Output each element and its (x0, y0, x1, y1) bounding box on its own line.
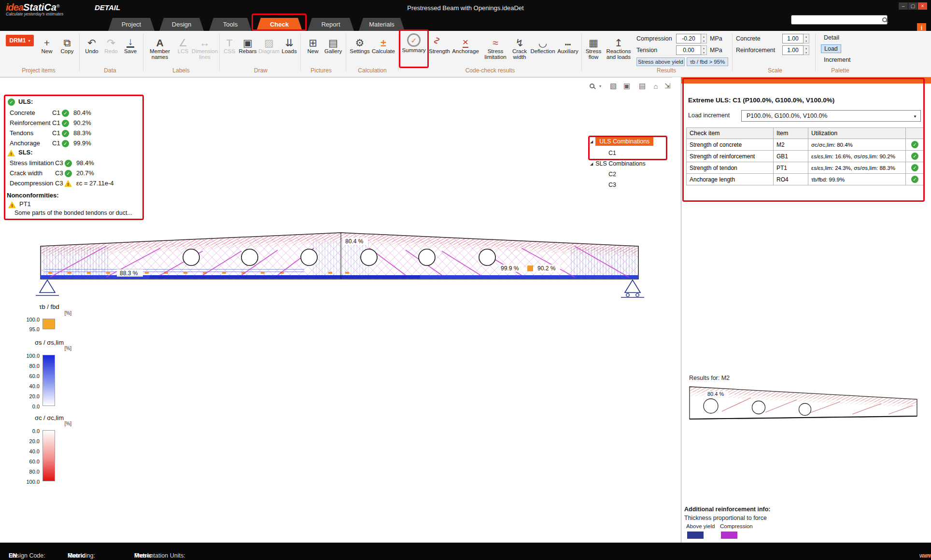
col-utilization[interactable]: Utilization (808, 128, 906, 139)
expander-icon[interactable]: ◢ (590, 162, 593, 166)
panel-accent-bar (681, 77, 931, 84)
new-project-item-button[interactable]: + New (37, 33, 57, 54)
scale-reinforcement-stepper[interactable] (804, 45, 809, 55)
sls-row-value: 20.7% (76, 169, 94, 177)
summary-icon: ✓ (407, 33, 421, 47)
stress-above-yield-toggle[interactable]: Stress above yield (636, 57, 685, 66)
spin-up-icon[interactable] (701, 34, 706, 39)
results-panel: Extreme ULS: C1 (P100.0%, G100.0%, V100.… (681, 77, 931, 543)
minimize-button[interactable]: – (899, 2, 908, 10)
model-canvas[interactable] (0, 77, 672, 543)
group-separator (346, 34, 346, 71)
col-item[interactable]: Item (774, 128, 808, 139)
rebars-button[interactable]: ▣ Rebars (238, 33, 258, 54)
strength-icon: ∿ (432, 36, 447, 45)
dimension-lines-button[interactable]: ↔ Dimension lines (191, 33, 218, 60)
crack-width-button[interactable]: ↯ Crack width (510, 33, 529, 60)
spin-down-icon[interactable] (804, 50, 809, 55)
maximize-button[interactable]: ▢ (908, 2, 917, 10)
load-increment-dropdown[interactable]: P100.0%, G100.0%, V100.0% (741, 110, 921, 122)
group-label-pictures: Pictures (299, 67, 343, 74)
summary-button[interactable]: ✓ Summary (401, 33, 427, 53)
redo-button[interactable]: ↷ Redo (101, 33, 121, 54)
tension-stepper[interactable] (701, 45, 707, 55)
spin-up-icon[interactable] (804, 34, 809, 39)
tab-design[interactable]: Design (159, 18, 204, 31)
reactions-button[interactable]: ↥ Reactions and loads (605, 33, 633, 60)
table-row[interactable]: Strength of concrete M2 σc/σc,lim: 80.4% (687, 139, 924, 151)
layers-button[interactable]: ▣ (622, 81, 632, 91)
cube-icon: ▧ (610, 82, 617, 90)
canvas-zoom-button[interactable] (587, 81, 597, 91)
settings-button[interactable]: ⚙ Settings (349, 33, 371, 54)
spin-down-icon[interactable] (701, 39, 706, 43)
scale-reinforcement-field[interactable]: 1.00 (782, 45, 804, 55)
auxiliary-icon: ••• (565, 33, 571, 48)
spin-down-icon[interactable] (701, 50, 706, 55)
picture-new-button[interactable]: ⊞ New (303, 33, 323, 54)
fit-view-button[interactable]: ⇲ (663, 81, 672, 91)
close-button[interactable]: × (918, 2, 927, 10)
stress-limitation-button[interactable]: ≈ Stress limitation (482, 33, 509, 60)
anchorage-button[interactable]: × Anchorage (451, 33, 480, 54)
css-button[interactable]: T CSS (221, 33, 238, 54)
tree-item-c3[interactable]: C3 (608, 182, 616, 188)
save-button[interactable]: ↓ Save (121, 33, 140, 54)
member-names-button[interactable]: A Member names (146, 33, 174, 60)
scale-reinforcement-label: Reinforcement (736, 47, 775, 54)
table-row[interactable]: Strength of reinforcement GB1 εs/εs,lim:… (687, 151, 924, 162)
diagram-button[interactable]: ▨ Diagram (258, 33, 280, 54)
screens-icon: ▤ (639, 82, 646, 90)
tab-report[interactable]: Report (308, 18, 354, 31)
deflection-button[interactable]: ◡ Deflection (530, 33, 555, 54)
calculate-button[interactable]: ± Calculate (371, 33, 396, 54)
tension-value-field[interactable]: 0.00 (676, 45, 701, 55)
col-check-item[interactable]: Check item (687, 128, 774, 139)
palette-detail-button[interactable]: Detail (821, 33, 842, 42)
stress-flow-button[interactable]: ▦ Stress flow (583, 33, 604, 60)
undo-button[interactable]: ↶ Undo (82, 33, 101, 54)
scale-concrete-field[interactable]: 1.00 (782, 34, 804, 43)
zoom-options-chevron[interactable]: ▾ (598, 81, 603, 91)
spin-up-icon[interactable] (804, 46, 809, 50)
search-box[interactable] (791, 15, 888, 25)
above-yield-label: Above yield (686, 523, 715, 529)
palette-increment-button[interactable]: Increment (821, 56, 854, 64)
table-row[interactable]: Strength of tendon PT1 εs/εs,lim: 24.3%,… (687, 162, 924, 174)
auxiliary-button[interactable]: ••• Auxiliary (556, 33, 579, 54)
drm-selector[interactable]: DRM1 ▾ (6, 35, 34, 46)
tab-tools[interactable]: Tools (209, 18, 252, 31)
tree-item-uls-combinations[interactable]: ◢ ULS Combinations (590, 137, 653, 146)
expander-icon[interactable]: ◢ (590, 140, 593, 144)
tree-item-sls-combinations[interactable]: ◢ SLS Combinations (590, 160, 646, 167)
table-row[interactable]: Anchorage length RO4 τb/fbd: 99.9% (687, 174, 924, 185)
tab-project[interactable]: Project (108, 18, 155, 31)
views-button[interactable]: ▤ (637, 81, 647, 91)
loads-button[interactable]: ⇊ Loads (280, 33, 298, 54)
tree-item-c2[interactable]: C2 (608, 171, 616, 178)
tree-item-c1[interactable]: C1 (608, 150, 616, 156)
reactions-icon: ↥ (614, 33, 623, 48)
sls-row-label: Crack width (10, 169, 42, 177)
search-input[interactable] (791, 16, 882, 23)
lcs-button[interactable]: ∠ LCS (175, 33, 191, 54)
tb-fbd-toggle[interactable]: τb / fbd > 95% (687, 57, 728, 66)
ribbon: DRM1 ▾ + New ⧉ Copy Project items ↶ Undo… (0, 31, 931, 77)
view-cube-button[interactable]: ▧ (608, 81, 618, 91)
gallery-button[interactable]: ▤ Gallery (323, 33, 344, 54)
tab-check[interactable]: Check (256, 18, 302, 31)
tab-materials[interactable]: Materials (359, 18, 405, 31)
spin-down-icon[interactable] (804, 39, 809, 43)
compression-stepper[interactable] (701, 34, 707, 43)
strength-button[interactable]: ∿ Strength (428, 33, 451, 54)
compression-value-field[interactable]: -0.20 (676, 34, 701, 43)
spin-up-icon[interactable] (701, 46, 706, 50)
sls-row-combo: C3 (55, 180, 63, 187)
copy-button[interactable]: ⧉ Copy (57, 33, 77, 54)
sls-row-label: Stress limitation (10, 159, 54, 167)
palette-load-button[interactable]: Load (821, 44, 841, 53)
member-names-icon: A (156, 33, 163, 48)
save-icon: ↓ (127, 33, 135, 48)
home-view-button[interactable]: ⌂ (651, 81, 661, 91)
scale-concrete-stepper[interactable] (804, 34, 809, 43)
